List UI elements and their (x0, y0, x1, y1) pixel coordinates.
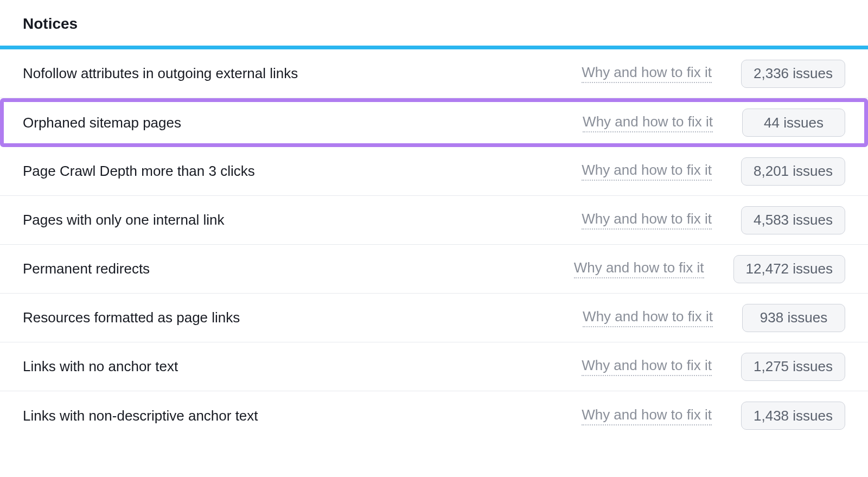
why-and-how-link[interactable]: Why and how to fix it (583, 308, 713, 327)
why-and-how-link[interactable]: Why and how to fix it (582, 357, 712, 376)
notice-row-right: Why and how to fix it12,472 issues (574, 255, 845, 283)
accent-bar (0, 46, 868, 49)
highlighted-row: Orphaned sitemap pagesWhy and how to fix… (0, 98, 868, 147)
notice-title: Permanent redirects (23, 260, 574, 277)
notice-row[interactable]: Links with no anchor textWhy and how to … (0, 342, 868, 391)
notice-title: Orphaned sitemap pages (23, 115, 583, 131)
notice-title: Links with non-descriptive anchor text (23, 408, 582, 424)
notice-row[interactable]: Links with non-descriptive anchor textWh… (0, 391, 868, 440)
issues-button[interactable]: 2,336 issues (741, 60, 845, 88)
why-and-how-link[interactable]: Why and how to fix it (582, 162, 712, 181)
issues-button[interactable]: 938 issues (742, 304, 845, 332)
issues-button[interactable]: 1,438 issues (741, 402, 845, 430)
why-and-how-link[interactable]: Why and how to fix it (582, 64, 712, 83)
notice-row-right: Why and how to fix it1,438 issues (582, 402, 845, 430)
issues-button[interactable]: 4,583 issues (741, 206, 845, 234)
notice-row-right: Why and how to fix it44 issues (583, 109, 845, 137)
why-and-how-link[interactable]: Why and how to fix it (574, 259, 704, 278)
notice-row-right: Why and how to fix it4,583 issues (582, 206, 845, 234)
notice-title: Nofollow attributes in outgoing external… (23, 65, 582, 82)
issues-button[interactable]: 12,472 issues (733, 255, 845, 283)
notice-row[interactable]: Resources formatted as page linksWhy and… (0, 294, 868, 342)
issues-button[interactable]: 1,275 issues (741, 353, 845, 381)
why-and-how-link[interactable]: Why and how to fix it (582, 211, 712, 230)
notice-row[interactable]: Nofollow attributes in outgoing external… (0, 49, 868, 98)
issues-button[interactable]: 44 issues (742, 109, 845, 137)
notice-title: Resources formatted as page links (23, 309, 583, 326)
notice-title: Pages with only one internal link (23, 212, 582, 228)
notices-section: Notices Nofollow attributes in outgoing … (0, 0, 868, 440)
notice-row[interactable]: Pages with only one internal linkWhy and… (0, 196, 868, 245)
notice-row-right: Why and how to fix it8,201 issues (582, 157, 845, 186)
notice-row[interactable]: Orphaned sitemap pagesWhy and how to fix… (4, 102, 864, 143)
issues-button[interactable]: 8,201 issues (741, 157, 845, 186)
notice-row-right: Why and how to fix it2,336 issues (582, 60, 845, 88)
why-and-how-link[interactable]: Why and how to fix it (582, 406, 712, 425)
notice-row-right: Why and how to fix it1,275 issues (582, 353, 845, 381)
notice-rows: Nofollow attributes in outgoing external… (0, 49, 868, 440)
notice-row-right: Why and how to fix it938 issues (583, 304, 845, 332)
notice-title: Page Crawl Depth more than 3 clicks (23, 163, 582, 180)
notice-title: Links with no anchor text (23, 358, 582, 375)
notice-row[interactable]: Page Crawl Depth more than 3 clicksWhy a… (0, 147, 868, 196)
notice-row[interactable]: Permanent redirectsWhy and how to fix it… (0, 245, 868, 294)
section-title: Notices (0, 0, 868, 46)
why-and-how-link[interactable]: Why and how to fix it (583, 113, 713, 132)
